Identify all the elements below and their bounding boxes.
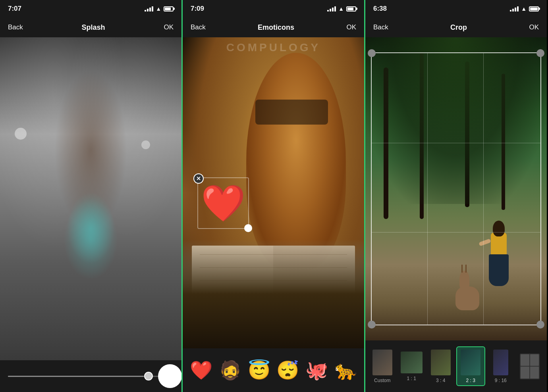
woman-photo (0, 37, 181, 360)
crop-option-9-16[interactable]: 9 : 16 (487, 346, 515, 386)
slider-thumb-large[interactable] (158, 364, 182, 388)
person (487, 233, 511, 304)
crop-title: Crop (450, 23, 467, 32)
emoji-angel[interactable]: 😇 (248, 359, 270, 381)
emoji-sleeping[interactable]: 😴 (276, 359, 299, 381)
foliage (365, 37, 547, 204)
ok-button-2[interactable]: OK (346, 23, 356, 31)
crop-thumb-3-4 (431, 350, 451, 375)
crop-option-grid[interactable] (516, 346, 544, 386)
crop-panel: 6:38 ▲ Back Crop OK (365, 0, 547, 392)
ok-button-1[interactable]: OK (164, 23, 174, 31)
grid-cell-1 (521, 354, 529, 366)
crop-thumb-2-3 (461, 350, 480, 375)
splash-image-area (0, 37, 181, 360)
heart-emoji: ❤️ (201, 185, 245, 221)
forest-photo (365, 37, 547, 340)
grid-cell-2 (530, 354, 539, 366)
battery-icon-3 (529, 6, 539, 12)
brightness-slider[interactable] (8, 376, 174, 377)
glasses-hint (255, 100, 328, 125)
crop-option-3-4[interactable]: 3 : 4 (427, 346, 455, 386)
watermark: COMPULOGY (226, 41, 321, 54)
back-button-3[interactable]: Back (373, 23, 388, 31)
emoji-man[interactable]: 🧔 (219, 359, 241, 381)
bokeh-1 (15, 128, 27, 140)
grid-cell-3 (521, 367, 529, 379)
slider-fill (8, 376, 144, 377)
dog-body (246, 53, 346, 271)
crop-options-bar: Custom 1 : 1 3 : 4 2 : 3 9 : 16 (365, 340, 547, 392)
back-button-2[interactable]: Back (191, 23, 206, 31)
crop-thumb-custom (372, 350, 392, 375)
slider-area (0, 360, 181, 392)
signal-icon (145, 6, 153, 12)
crop-option-1-1[interactable]: 1 : 1 (398, 346, 426, 386)
face-shadow (54, 69, 127, 231)
dog-image-area: COMPULOGY ✕ ❤️ (183, 37, 364, 348)
status-icons-1: ▲ (145, 6, 174, 12)
close-sticker-button[interactable]: ✕ (193, 173, 204, 184)
grid-cell-4 (530, 367, 539, 379)
battery-icon (164, 6, 174, 12)
wifi-icon-2: ▲ (338, 6, 344, 12)
crop-thumb-9-16 (493, 350, 508, 375)
status-bar-3: 6:38 ▲ (365, 0, 547, 17)
teal-splash (64, 199, 118, 280)
status-icons-2: ▲ (327, 6, 356, 12)
status-bar-2: 7:09 ▲ (183, 0, 364, 17)
wifi-icon: ▲ (156, 6, 161, 12)
emoticons-panel: 7:09 ▲ Back Emoticons OK COMPULOGY (183, 0, 365, 392)
ok-button-3[interactable]: OK (529, 23, 539, 31)
emoticons-title: Emoticons (258, 23, 294, 32)
emoji-bar: ❤️ 🧔 😇 😴 🐙 🐆 (183, 348, 364, 392)
crop-option-2-3[interactable]: 2 : 3 (456, 346, 486, 386)
crop-label-3-4: 3 : 4 (436, 378, 445, 383)
emoji-octopus[interactable]: 🐙 (305, 359, 328, 381)
emoji-heart[interactable]: ❤️ (190, 359, 212, 381)
battery-icon-2 (346, 6, 356, 12)
nav-bar-3: Back Crop OK (365, 17, 547, 37)
time-2: 7:09 (191, 5, 204, 13)
time-1: 7:07 (8, 5, 21, 13)
status-bar-1: 7:07 ▲ (0, 0, 181, 17)
slider-thumb-small[interactable] (144, 372, 153, 380)
book (183, 240, 364, 348)
status-icons-3: ▲ (510, 6, 539, 12)
heart-sticker[interactable]: ✕ ❤️ (197, 177, 249, 229)
crop-thumb-1-1 (401, 352, 423, 373)
emoji-leopard[interactable]: 🐆 (334, 359, 357, 381)
deer (452, 271, 483, 310)
signal-icon-3 (510, 6, 519, 12)
bokeh-2 (141, 140, 150, 149)
crop-label-9-16: 9 : 16 (495, 378, 507, 383)
splash-panel: 7:07 ▲ Back Splash OK (0, 0, 183, 392)
forest-image-area (365, 37, 547, 340)
crop-option-custom[interactable]: Custom (369, 346, 396, 386)
crop-label-custom: Custom (374, 378, 390, 383)
splash-title: Splash (82, 23, 105, 32)
sticker-resize-handle[interactable] (244, 224, 252, 232)
dog-photo: COMPULOGY ✕ ❤️ (183, 37, 364, 348)
book-pages (192, 246, 355, 333)
signal-icon-2 (327, 6, 336, 12)
crop-label-1-1: 1 : 1 (407, 376, 416, 381)
time-3: 6:38 (373, 5, 387, 13)
nav-bar-1: Back Splash OK (0, 17, 181, 37)
grid-icon (520, 354, 540, 379)
back-button-1[interactable]: Back (8, 23, 23, 31)
nav-bar-2: Back Emoticons OK (183, 17, 364, 37)
wifi-icon-3: ▲ (521, 6, 527, 12)
crop-label-2-3: 2 : 3 (466, 378, 475, 383)
